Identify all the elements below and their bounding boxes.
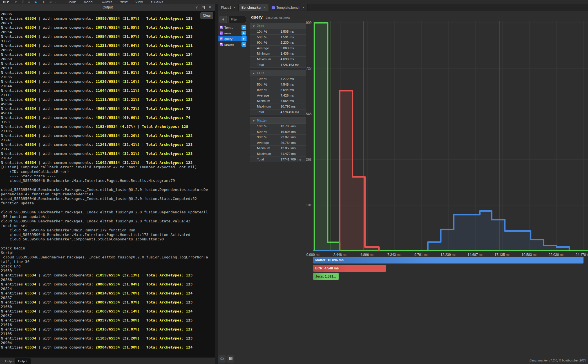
log-archetypes: Total Archetypes: 128 <box>142 124 188 129</box>
menu-item-plugins[interactable]: PLUGINS <box>151 1 164 4</box>
log-fraction: 20824/65534 (31.78%) <box>96 291 140 295</box>
console-line: N entities 65534 | with common component… <box>1 70 215 75</box>
new-file-icon[interactable]: 🗋 <box>15 1 18 4</box>
console-line: cloud_5853950046.Benchmarker.Components.… <box>1 237 215 242</box>
stat-label: 10th % <box>250 29 278 34</box>
undo-dropdown-icon[interactable]: ▼ <box>55 1 57 3</box>
console-line: cloud_5853950046.Benchmarker.Main.Runner… <box>1 228 215 233</box>
log-text: | with common components: <box>36 151 95 156</box>
filter-input[interactable] <box>229 16 246 23</box>
console-line: N entities 65534 | with common component… <box>1 318 215 323</box>
log-archetypes: Total Archetypes: 122 <box>146 327 193 331</box>
legend-bar-matter[interactable]: Matter: 16.896 ms <box>313 257 583 263</box>
log-stack-text: Stack End <box>1 264 21 268</box>
log-stack-text: Stack Begin <box>1 246 25 250</box>
add-benchmark-button[interactable]: + <box>220 16 227 23</box>
settings-gear-icon[interactable]: ⚙ <box>218 355 226 363</box>
stats-section-name: Jecs <box>257 24 264 28</box>
open-icon[interactable]: ⎘ <box>22 0 24 4</box>
console-line: N entities 65534 | with common component… <box>1 25 215 30</box>
stats-section-header[interactable]: ∨Matter <box>250 117 306 124</box>
log-text: N entities <box>1 16 25 21</box>
log-fraction: 21241/65534 (32.41%) <box>96 142 140 147</box>
console-line: 21171 <box>1 147 215 151</box>
run-benchmark-button[interactable]: ▶ <box>242 42 246 47</box>
console-line: 20866 <box>1 278 215 282</box>
stat-label: Average <box>250 140 278 146</box>
console-line: N entities 65534 | with common component… <box>1 160 215 165</box>
stat-label: 50th % <box>250 35 278 40</box>
stat-value: 4.272 ms <box>278 76 306 82</box>
undo-icon[interactable]: ↺ <box>49 1 52 4</box>
tab-benchmarker[interactable]: Benchmarker× <box>239 4 269 11</box>
log-fraction: 21111/65534 (32.21%) <box>96 97 140 102</box>
console-line: cloud_5853950046.Benchmarker.Packages._I… <box>1 196 215 201</box>
log-total: 65534 <box>25 327 36 331</box>
stat-value: 7.426 ms <box>278 93 306 98</box>
panel-divider[interactable] <box>215 4 218 364</box>
stat-value: 1.436 ms <box>278 51 306 56</box>
log-text: | <box>140 97 146 102</box>
console-line: 3193 <box>1 120 215 124</box>
menu-item-home[interactable]: HOME <box>68 1 76 4</box>
console-line: 20985 <box>1 48 215 52</box>
log-total: 65534 <box>25 106 36 111</box>
stats-section-name: ECR <box>257 71 264 75</box>
stats-section-header[interactable]: ∨ECR <box>250 70 306 76</box>
stats-row: 50th %16.896 ms <box>250 129 306 135</box>
log-total: 65534 <box>25 291 36 295</box>
run-benchmark-button[interactable]: ▶ <box>242 25 246 30</box>
tab-template-bench[interactable]: Template.bench× <box>269 4 308 11</box>
play-icon[interactable]: ▶ <box>35 0 37 4</box>
log-fraction: 21036/65534 (32.10%) <box>96 79 140 84</box>
log-text: N entities <box>1 88 25 93</box>
bottom-tab-output[interactable]: Output <box>15 358 31 364</box>
stat-value: 17741.709 ms <box>278 157 306 162</box>
clear-button[interactable]: Clear <box>200 12 213 19</box>
tab-close-icon[interactable]: × <box>234 6 236 10</box>
log-fraction: 20910/65534 (31.91%) <box>96 70 140 75</box>
log-text: | with common components: <box>36 97 95 102</box>
menu-item-test[interactable]: TEST <box>120 1 128 4</box>
collapse-chevron-icon[interactable]: ∨ <box>195 5 198 9</box>
log-text: | <box>140 70 146 75</box>
stop-icon[interactable]: ■ <box>43 1 44 3</box>
log-text: | with common components: <box>36 106 95 111</box>
run-benchmark-button[interactable]: ▶ <box>242 31 246 35</box>
legend-bar-ecr[interactable]: ECR: 4.548 ms <box>313 265 386 272</box>
sidebar-item-Tem[interactable]: Tem...▶ <box>218 25 247 30</box>
console-log[interactable]: 20886N entities 65534 | with common comp… <box>0 11 215 358</box>
stats-row: 50th %4.548 ms <box>250 82 306 88</box>
menu-item-view[interactable]: VIEW <box>136 1 143 4</box>
stat-value: 26.764 ms <box>278 140 306 146</box>
log-number: 45614 <box>1 111 12 115</box>
dock-icon[interactable]: ↙ <box>202 6 205 9</box>
log-text: | with common components: <box>36 327 95 331</box>
stats-row: 90th %2.230 ms <box>250 40 306 46</box>
legend-bar-jecs[interactable]: Jecs: 1.591... <box>313 273 339 280</box>
menu-item-model[interactable]: MODEL <box>84 1 94 4</box>
histogram-chart: 1813635457279090.000 ms2.448 ms4.896 ms7… <box>305 17 588 270</box>
sidebar-item-inser[interactable]: inser...▶ <box>218 30 247 36</box>
console-line: cloud_5853950046.Benchmarker.Packages._I… <box>1 219 215 224</box>
stat-value: 16.896 ms <box>278 129 306 135</box>
sidebar-item-spawn[interactable]: spawn▶ <box>218 42 247 47</box>
stats-section-header[interactable]: ∨Jecs <box>250 23 306 29</box>
tab-close-icon[interactable]: × <box>264 6 266 10</box>
menu-item-avatar[interactable]: AVATAR <box>102 1 113 4</box>
log-text: N entities <box>1 106 25 111</box>
stats-row: Average7.426 ms <box>250 93 306 99</box>
log-text: | <box>140 151 146 156</box>
sidebar-item-query[interactable]: query▶ <box>218 36 247 41</box>
console-line: N entities 65534 | with common component… <box>1 327 215 332</box>
stat-value: 3.063 ms <box>278 46 306 51</box>
docs-book-icon[interactable] <box>227 355 234 363</box>
tab-place1[interactable]: Place1× <box>218 4 239 11</box>
stat-label: 10th % <box>250 76 278 82</box>
log-number: 21111 <box>1 93 12 97</box>
tab-close-icon[interactable]: × <box>303 6 305 10</box>
save-icon[interactable]: ⍓ <box>28 0 30 4</box>
close-icon[interactable]: ✕ <box>209 5 211 9</box>
run-benchmark-button[interactable]: ▶ <box>242 36 246 41</box>
menu-file[interactable]: FILE <box>3 1 9 4</box>
